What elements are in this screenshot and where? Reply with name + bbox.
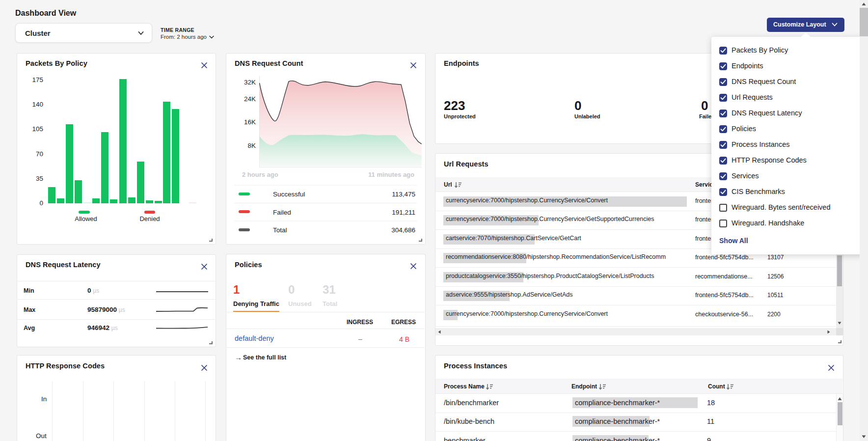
- svg-text:Denied: Denied: [139, 215, 160, 222]
- svg-text:175: 175: [32, 76, 43, 83]
- svg-text:105: 105: [32, 125, 43, 133]
- svg-text:Failed: Failed: [273, 209, 291, 216]
- svg-text:16K: 16K: [244, 118, 256, 126]
- svg-text:32K: 32K: [244, 79, 256, 86]
- svg-text:0: 0: [39, 199, 43, 207]
- svg-text:304,686: 304,686: [391, 226, 415, 234]
- svg-text:Successful: Successful: [273, 191, 305, 198]
- svg-text:70: 70: [36, 150, 43, 158]
- svg-text:Allowed: Allowed: [75, 215, 97, 222]
- svg-text:2 hours ago: 2 hours ago: [242, 171, 278, 178]
- svg-text:113,475: 113,475: [392, 191, 415, 198]
- svg-text:140: 140: [32, 101, 43, 108]
- svg-text:8K: 8K: [247, 142, 256, 149]
- svg-text:191,211: 191,211: [392, 209, 415, 216]
- svg-text:35: 35: [36, 175, 43, 182]
- svg-text:24K: 24K: [244, 95, 256, 103]
- svg-text:11 minutes ago: 11 minutes ago: [368, 171, 414, 178]
- svg-text:Total: Total: [273, 226, 287, 234]
